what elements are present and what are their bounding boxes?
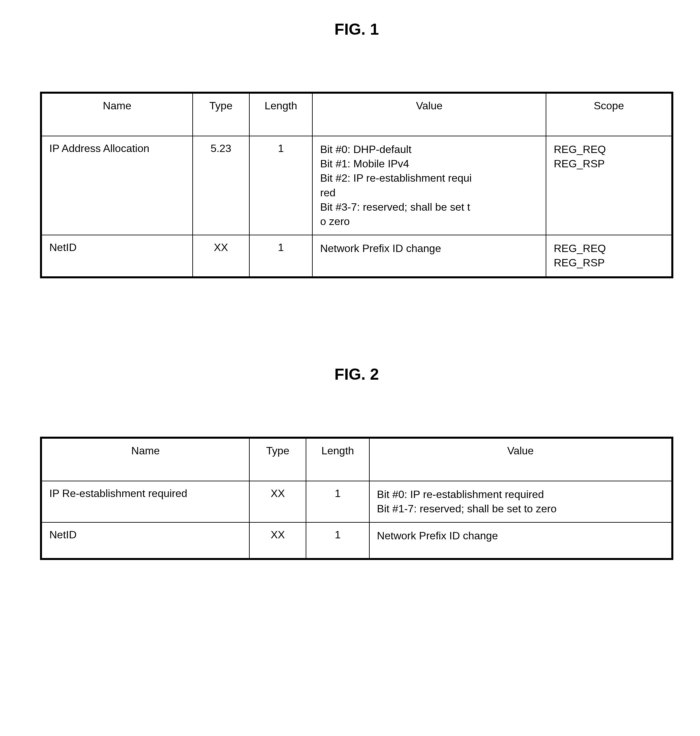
- figure-1-title: FIG. 1: [40, 20, 674, 38]
- cell-name: IP Address Allocation: [41, 136, 193, 235]
- table-header-row: Name Type Length Value: [41, 438, 672, 481]
- col-header-scope: Scope: [546, 93, 672, 136]
- table-header-row: Name Type Length Value Scope: [41, 93, 672, 136]
- figure-2-table: Name Type Length Value IP Re-establishme…: [40, 437, 674, 560]
- figure-1-table: Name Type Length Value Scope IP Address …: [40, 92, 674, 278]
- col-header-length: Length: [306, 438, 369, 481]
- table-row: NetID XX 1 Network Prefix ID change: [41, 522, 672, 559]
- cell-length: 1: [306, 522, 369, 559]
- cell-name: IP Re-establishment required: [41, 481, 249, 522]
- cell-type: XX: [193, 235, 249, 277]
- cell-type: 5.23: [193, 136, 249, 235]
- table-row: IP Address Allocation 5.23 1 Bit #0: DHP…: [41, 136, 672, 235]
- col-header-type: Type: [193, 93, 249, 136]
- table-row: NetID XX 1 Network Prefix ID change REG_…: [41, 235, 672, 277]
- cell-scope: REG_REQREG_RSP: [546, 235, 672, 277]
- col-header-name: Name: [41, 438, 249, 481]
- cell-name: NetID: [41, 235, 193, 277]
- col-header-type: Type: [249, 438, 306, 481]
- cell-scope: REG_REQREG_RSP: [546, 136, 672, 235]
- cell-length: 1: [306, 481, 369, 522]
- cell-name: NetID: [41, 522, 249, 559]
- cell-value: Network Prefix ID change: [312, 235, 546, 277]
- cell-length: 1: [249, 136, 312, 235]
- cell-value: Bit #0: IP re-establishment requiredBit …: [369, 481, 672, 522]
- cell-length: 1: [249, 235, 312, 277]
- figure-2-title: FIG. 2: [40, 365, 674, 383]
- cell-type: XX: [249, 481, 306, 522]
- col-header-value: Value: [312, 93, 546, 136]
- cell-value: Network Prefix ID change: [369, 522, 672, 559]
- col-header-value: Value: [369, 438, 672, 481]
- col-header-length: Length: [249, 93, 312, 136]
- cell-type: XX: [249, 522, 306, 559]
- cell-value: Bit #0: DHP-defaultBit #1: Mobile IPv4Bi…: [312, 136, 546, 235]
- table-row: IP Re-establishment required XX 1 Bit #0…: [41, 481, 672, 522]
- col-header-name: Name: [41, 93, 193, 136]
